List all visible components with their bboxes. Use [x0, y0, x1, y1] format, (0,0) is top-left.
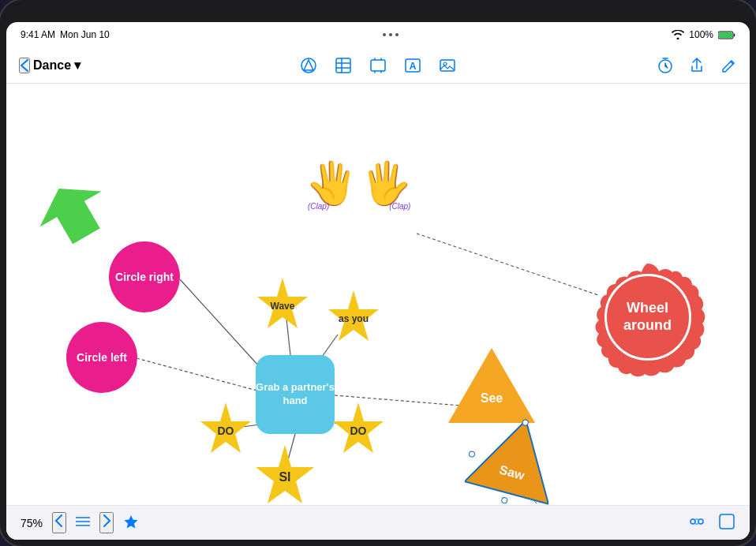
svg-point-36	[698, 519, 703, 524]
svg-rect-7	[371, 60, 385, 71]
wifi-icon	[672, 30, 684, 39]
nav-next-button[interactable]	[99, 512, 114, 533]
wave-label: Wave	[271, 301, 295, 312]
back-button[interactable]	[19, 58, 30, 73]
svg-marker-34	[125, 515, 138, 529]
svg-rect-1	[719, 32, 732, 38]
canvas: Circle right Circle left 🖐 🖐 (Clap) (Cla…	[6, 84, 750, 505]
clap-hands[interactable]: 🖐 🖐 (Clap) (Clap)	[306, 159, 412, 208]
page-view-icon[interactable]	[718, 513, 735, 533]
circle-left-node[interactable]: Circle left	[66, 322, 137, 393]
battery: 100%	[689, 29, 713, 40]
edit-icon[interactable]	[720, 57, 737, 74]
favorites-button[interactable]	[123, 514, 139, 532]
wheel-around-node[interactable]: Wheel around	[586, 256, 709, 378]
toolbar-left: Dance ▾	[19, 58, 199, 73]
battery-icon	[718, 31, 735, 39]
si-star[interactable]: SI	[249, 442, 320, 505]
as-you-star[interactable]: as you	[322, 287, 385, 350]
timer-icon[interactable]	[657, 57, 674, 74]
svg-text:A: A	[410, 61, 417, 72]
svg-line-14	[137, 358, 275, 395]
do-right-label: DO	[350, 424, 367, 437]
svg-marker-30	[465, 410, 568, 504]
shape-tool-icon[interactable]	[300, 57, 317, 74]
time: 9:41 AM	[21, 29, 55, 40]
svg-rect-39	[720, 514, 734, 529]
toolbar-center: A	[199, 57, 558, 74]
ipad-screen: 9:41 AM Mon Jun 10 100%	[6, 22, 750, 540]
svg-line-21	[417, 234, 598, 295]
frame-tool-icon[interactable]	[369, 57, 387, 74]
status-dots	[383, 33, 399, 36]
green-arrow[interactable]	[28, 170, 119, 256]
circle-right-node[interactable]: Circle right	[109, 241, 180, 312]
photo-tool-icon[interactable]	[439, 57, 456, 74]
svg-point-35	[691, 519, 695, 524]
as-you-label: as you	[339, 313, 369, 324]
do-right-star[interactable]: DO	[327, 399, 390, 462]
text-tool-icon[interactable]: A	[404, 57, 421, 74]
bottom-right	[688, 513, 735, 533]
distribute-icon[interactable]	[688, 513, 705, 533]
table-tool-icon[interactable]	[335, 57, 352, 74]
ipad-frame: 9:41 AM Mon Jun 10 100%	[0, 0, 756, 546]
svg-marker-23	[28, 170, 118, 254]
si-label: SI	[279, 470, 290, 484]
bottom-bar: 75%	[6, 505, 750, 540]
do-left-label: DO	[218, 424, 234, 437]
toolbar-right	[558, 57, 738, 74]
share-icon[interactable]	[688, 57, 705, 74]
do-left-star[interactable]: DO	[194, 399, 257, 462]
wheel-around-inner: Wheel around	[604, 274, 691, 361]
wave-star[interactable]: Wave	[251, 275, 314, 338]
see-label: See	[481, 391, 503, 406]
bottom-left: 75%	[21, 512, 139, 533]
toolbar: Dance ▾	[6, 47, 750, 84]
zoom-level[interactable]: 75%	[21, 517, 43, 529]
clap-right-label: (Clap)	[389, 202, 410, 211]
svg-rect-10	[440, 60, 455, 71]
status-right: 100%	[672, 29, 735, 40]
svg-rect-3	[336, 58, 350, 73]
status-bar: 9:41 AM Mon Jun 10 100%	[6, 22, 750, 47]
date: Mon Jun 10	[60, 29, 110, 40]
nav-prev-button[interactable]	[52, 512, 66, 533]
status-left: 9:41 AM Mon Jun 10	[21, 29, 110, 40]
svg-point-11	[443, 62, 447, 65]
list-button[interactable]	[76, 516, 90, 529]
center-node[interactable]: Grab a partner's hand	[256, 355, 335, 434]
document-title[interactable]: Dance ▾	[33, 58, 80, 73]
clap-left-label: (Clap)	[308, 202, 329, 211]
